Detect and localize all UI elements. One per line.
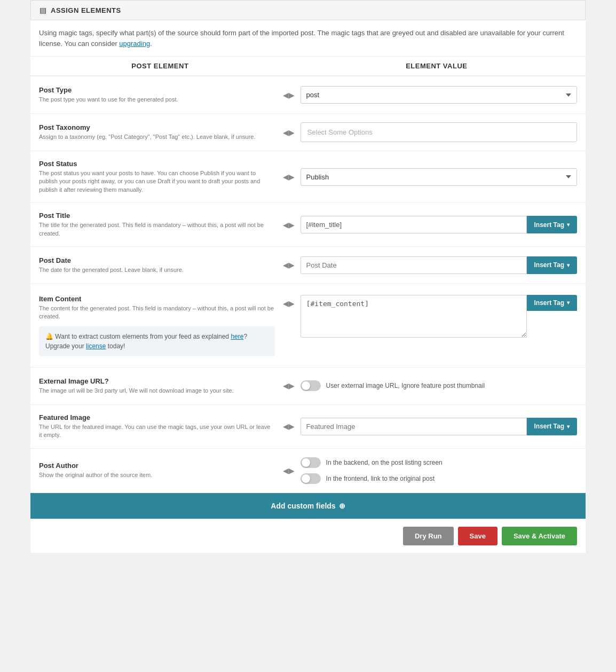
post-title-label-col: Post Title The title for the generated p… xyxy=(39,212,281,238)
post-taxonomy-title: Post Taxonomy xyxy=(39,123,275,131)
featured-image-insert-tag-button[interactable]: Insert Tag ▾ xyxy=(527,418,577,435)
element-value-header: ELEMENT VALUE xyxy=(296,62,577,70)
post-title-chevron-icon: ▾ xyxy=(567,222,570,228)
row-external-image-url: External Image URL? The image url will b… xyxy=(30,368,586,405)
section-title: ASSIGN ELEMENTS xyxy=(51,6,121,14)
post-author-toggle2-wrapper: In the frontend, link to the original po… xyxy=(301,473,577,484)
post-author-frontend-label: In the frontend, link to the original po… xyxy=(326,475,435,482)
item-content-title: Item Content xyxy=(39,295,275,303)
post-date-input[interactable] xyxy=(301,256,527,274)
add-custom-fields-plus-icon: ⊕ xyxy=(339,502,345,510)
post-status-value: Publish Draft xyxy=(296,168,577,186)
post-date-input-group: Insert Tag ▾ xyxy=(301,256,577,274)
post-taxonomy-arrow: ◀▶ xyxy=(281,128,296,137)
license-link[interactable]: license xyxy=(86,342,106,350)
add-custom-fields-label: Add custom fields xyxy=(271,502,335,510)
post-title-arrow: ◀▶ xyxy=(281,221,296,229)
post-type-arrow: ◀▶ xyxy=(281,91,296,99)
post-title-input[interactable] xyxy=(301,216,527,233)
post-type-title: Post Type xyxy=(39,86,275,94)
post-date-title: Post Date xyxy=(39,256,275,264)
post-title-value: Insert Tag ▾ xyxy=(296,216,577,233)
item-content-notice: 🔔 Want to extract custom elements from y… xyxy=(39,326,275,356)
item-content-textarea[interactable]: [#item_content] xyxy=(301,295,527,338)
external-image-desc: The image url will be 3rd party url, We … xyxy=(39,387,275,395)
item-content-arrow: ◀▶ xyxy=(281,295,296,308)
section-header: ▤ ASSIGN ELEMENTS xyxy=(30,0,586,20)
item-content-insert-tag-button[interactable]: Insert Tag ▾ xyxy=(527,295,577,311)
item-content-label-col: Item Content The content for the generat… xyxy=(39,295,281,356)
external-image-toggle[interactable] xyxy=(301,380,321,391)
post-element-header: POST ELEMENT xyxy=(39,62,281,70)
featured-image-input-group: Insert Tag ▾ xyxy=(301,418,577,435)
footer-buttons: Dry Run Save Save & Activate xyxy=(30,519,586,553)
post-taxonomy-label-col: Post Taxonomy Assign to a taxonomy (eg. … xyxy=(39,123,281,141)
intro-text: Using magic tags, specify what part(s) o… xyxy=(30,20,586,57)
post-author-desc: Show the original author of the source i… xyxy=(39,471,275,479)
post-author-backend-label: In the backend, on the post listing scre… xyxy=(326,459,443,466)
post-date-chevron-icon: ▾ xyxy=(567,262,570,268)
item-content-input-group: [#item_content] Insert Tag ▾ xyxy=(301,295,577,338)
post-author-label-col: Post Author Show the original author of … xyxy=(39,462,281,479)
post-date-arrow: ◀▶ xyxy=(281,261,296,269)
here-link[interactable]: here xyxy=(231,333,243,340)
post-taxonomy-desc: Assign to a taxonomy (eg. "Post Category… xyxy=(39,133,275,141)
main-container: ▤ ASSIGN ELEMENTS Using magic tags, spec… xyxy=(30,0,586,553)
post-author-value: In the backend, on the post listing scre… xyxy=(296,457,577,484)
post-title-input-group: Insert Tag ▾ xyxy=(301,216,577,233)
post-status-title: Post Status xyxy=(39,160,275,168)
upgrading-link[interactable]: upgrading xyxy=(119,40,150,48)
post-status-select[interactable]: Publish Draft xyxy=(301,168,577,186)
post-date-value: Insert Tag ▾ xyxy=(296,256,577,274)
item-content-desc: The content for the generated post. This… xyxy=(39,304,275,321)
post-title-title: Post Title xyxy=(39,212,275,220)
featured-image-value: Insert Tag ▾ xyxy=(296,418,577,435)
columns-header: POST ELEMENT ELEMENT VALUE xyxy=(30,57,586,76)
row-post-title: Post Title The title for the generated p… xyxy=(30,203,586,247)
post-author-toggle1-wrapper: In the backend, on the post listing scre… xyxy=(301,457,577,468)
row-post-author: Post Author Show the original author of … xyxy=(30,449,586,493)
post-status-label-col: Post Status The post status you want you… xyxy=(39,160,281,194)
post-title-insert-tag-button[interactable]: Insert Tag ▾ xyxy=(527,216,577,233)
post-title-desc: The title for the generated post. This f… xyxy=(39,221,275,238)
post-author-frontend-toggle[interactable] xyxy=(301,473,321,484)
row-post-date: Post Date The date for the generated pos… xyxy=(30,247,586,284)
post-type-label-col: Post Type The post type you want to use … xyxy=(39,86,281,104)
post-author-title: Post Author xyxy=(39,462,275,470)
save-button[interactable]: Save xyxy=(458,527,497,545)
post-date-insert-tag-button[interactable]: Insert Tag ▾ xyxy=(527,256,577,274)
post-author-arrow: ◀▶ xyxy=(281,466,296,475)
post-taxonomy-value: Select Some Options xyxy=(296,122,577,142)
post-date-label-col: Post Date The date for the generated pos… xyxy=(39,256,281,274)
featured-image-title: Featured Image xyxy=(39,413,275,421)
post-date-desc: The date for the generated post. Leave b… xyxy=(39,266,275,274)
assign-elements-icon: ▤ xyxy=(40,6,46,14)
save-activate-button[interactable]: Save & Activate xyxy=(502,527,577,545)
post-type-select[interactable]: post page xyxy=(301,86,577,104)
dry-run-button[interactable]: Dry Run xyxy=(403,527,454,545)
external-image-arrow: ◀▶ xyxy=(281,381,296,390)
external-image-toggle-label: User external image URL, Ignore feature … xyxy=(326,382,485,389)
external-image-title: External Image URL? xyxy=(39,377,275,385)
row-featured-image: Featured Image The URL for the featured … xyxy=(30,405,586,449)
external-image-toggle-group: User external image URL, Ignore feature … xyxy=(301,380,577,391)
post-author-toggle-group: In the backend, on the post listing scre… xyxy=(301,457,577,484)
row-post-taxonomy: Post Taxonomy Assign to a taxonomy (eg. … xyxy=(30,114,586,151)
post-status-desc: The post status you want your posts to h… xyxy=(39,169,275,194)
featured-image-desc: The URL for the featured image. You can … xyxy=(39,423,275,440)
external-image-value: User external image URL, Ignore feature … xyxy=(296,380,577,391)
post-taxonomy-multiselect[interactable]: Select Some Options xyxy=(301,122,577,142)
featured-image-chevron-icon: ▾ xyxy=(567,424,570,429)
row-post-status: Post Status The post status you want you… xyxy=(30,151,586,203)
external-image-label-col: External Image URL? The image url will b… xyxy=(39,377,281,395)
item-content-value: [#item_content] Insert Tag ▾ xyxy=(296,295,577,338)
post-type-value: post page xyxy=(296,86,577,104)
featured-image-arrow: ◀▶ xyxy=(281,422,296,431)
add-custom-fields-bar[interactable]: Add custom fields ⊕ xyxy=(30,493,586,519)
post-author-backend-toggle[interactable] xyxy=(301,457,321,468)
item-content-chevron-icon: ▾ xyxy=(567,300,570,306)
featured-image-input[interactable] xyxy=(301,418,527,435)
row-item-content: Item Content The content for the generat… xyxy=(30,284,586,368)
featured-image-label-col: Featured Image The URL for the featured … xyxy=(39,413,281,440)
row-post-type: Post Type The post type you want to use … xyxy=(30,76,586,114)
